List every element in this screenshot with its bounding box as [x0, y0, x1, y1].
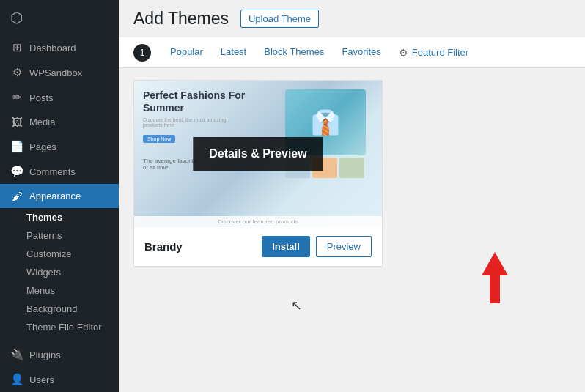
- tab-block-themes[interactable]: Block Themes: [257, 37, 331, 67]
- theme-card-brandy: Perfect Fashions For Summer Discover the…: [133, 80, 383, 267]
- preview-cta-btn: Shop Now: [143, 135, 175, 143]
- main-content: Add Themes Upload Theme 1 Popular Latest…: [119, 0, 585, 392]
- sidebar-item-posts[interactable]: ✏ Posts: [0, 85, 119, 110]
- preview-thumb-3: [339, 158, 364, 178]
- sidebar-item-label: Dashboard: [29, 42, 76, 53]
- sidebar-item-label: Plugins: [29, 350, 61, 360]
- sidebar-sub-item-menus[interactable]: Menus: [0, 281, 119, 300]
- sidebar-sub-item-theme-file-editor[interactable]: Theme File Editor: [0, 318, 119, 336]
- preview-tagline: Discover the best, the most amazingprodu…: [143, 117, 279, 127]
- sidebar-item-pages[interactable]: 📄 Pages: [0, 134, 119, 159]
- theme-actions: Install Preview: [262, 236, 372, 257]
- details-preview-overlay[interactable]: Details & Preview: [193, 137, 323, 171]
- arrow-head: [482, 252, 508, 275]
- install-button[interactable]: Install: [262, 236, 310, 257]
- preview-title: Perfect Fashions For Summer: [143, 89, 279, 114]
- sidebar-item-dashboard[interactable]: ⊞ Dashboard: [0, 35, 119, 60]
- sidebar-item-label: Pages: [29, 141, 56, 152]
- feature-filter-tab[interactable]: ⚙ Feature Filter: [391, 38, 476, 67]
- sidebar-item-label: Users: [29, 374, 54, 385]
- sidebar-sub-item-customize[interactable]: Customize: [0, 245, 119, 263]
- clothing-icon: 👔: [311, 108, 340, 136]
- sidebar-item-plugins[interactable]: 🔌 Plugins: [0, 342, 119, 367]
- media-icon: 🖼: [10, 116, 23, 128]
- arrow-up-indicator: [419, 252, 570, 303]
- sidebar: ⬡ ⊞ Dashboard ⚙ WPSandbox ✏ Posts 🖼 Medi…: [0, 0, 119, 392]
- sidebar-item-label: Posts: [29, 92, 54, 103]
- posts-icon: ✏: [10, 91, 23, 104]
- plugins-icon: 🔌: [10, 348, 23, 361]
- sidebar-item-users[interactable]: 👤 Users: [0, 367, 119, 392]
- sidebar-item-label: Appearance: [29, 191, 81, 201]
- dashboard-icon: ⊞: [10, 41, 23, 54]
- appearance-icon: 🖌: [10, 190, 23, 202]
- comments-icon: 💬: [10, 165, 23, 178]
- pages-icon: 📄: [10, 140, 23, 153]
- theme-preview: Perfect Fashions For Summer Discover the…: [134, 81, 382, 227]
- theme-card-footer: Brandy Install Preview: [134, 227, 382, 266]
- users-icon: 👤: [10, 373, 23, 386]
- sidebar-item-media[interactable]: 🖼 Media: [0, 110, 119, 134]
- tab-count: 1: [133, 44, 151, 62]
- sidebar-item-appearance[interactable]: 🖌 Appearance: [0, 184, 119, 208]
- sidebar-item-label: Comments: [29, 166, 76, 177]
- tab-popular[interactable]: Popular: [163, 37, 210, 67]
- tabs-bar: 1 Popular Latest Block Themes Favorites …: [119, 37, 585, 68]
- tab-latest[interactable]: Latest: [213, 37, 254, 67]
- sidebar-sub-item-widgets[interactable]: Widgets: [0, 263, 119, 281]
- sidebar-sub-item-patterns[interactable]: Patterns: [0, 226, 119, 245]
- themes-area: Perfect Fashions For Summer Discover the…: [119, 68, 585, 325]
- wp-logo-icon: ⬡: [10, 9, 23, 26]
- sidebar-item-label: Media: [29, 117, 55, 127]
- page-title: Add Themes: [133, 9, 229, 29]
- feature-filter-label: Feature Filter: [412, 47, 468, 58]
- sidebar-sub-item-background[interactable]: Background: [0, 300, 119, 318]
- tab-favorites[interactable]: Favorites: [334, 37, 388, 67]
- sidebar-logo: ⬡: [0, 0, 119, 35]
- sidebar-sub-item-themes[interactable]: Themes: [0, 208, 119, 226]
- preview-discover-text: Discover our featured products: [134, 216, 382, 227]
- page-header: Add Themes Upload Theme: [119, 0, 585, 37]
- wpsandbox-icon: ⚙: [10, 66, 23, 79]
- gear-icon: ⚙: [399, 47, 408, 59]
- sidebar-item-wpsandbox[interactable]: ⚙ WPSandbox: [0, 60, 119, 85]
- upload-theme-button[interactable]: Upload Theme: [240, 10, 319, 28]
- arrow-shaft: [490, 275, 500, 303]
- theme-name: Brandy: [144, 240, 183, 253]
- arrow-indicator: [419, 252, 570, 303]
- sidebar-item-label: WPSandbox: [29, 67, 82, 78]
- sidebar-item-comments[interactable]: 💬 Comments: [0, 159, 119, 184]
- preview-button[interactable]: Preview: [316, 236, 372, 257]
- overlay-text: Details & Preview: [209, 147, 306, 160]
